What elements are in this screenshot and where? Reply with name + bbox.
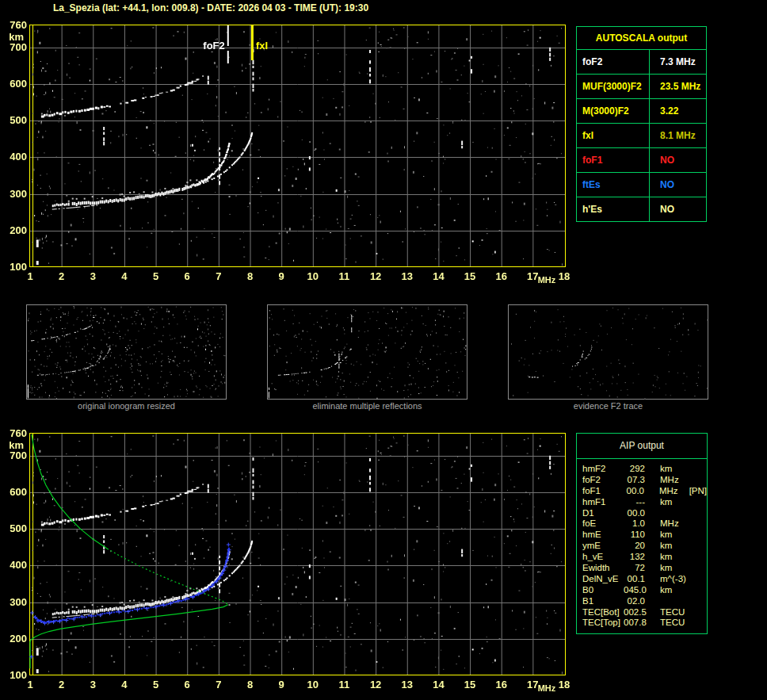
param-value: 292 bbox=[624, 464, 645, 475]
param-unit: TECU bbox=[660, 607, 685, 618]
param-label: TEC[Top] bbox=[577, 618, 624, 629]
autoscala-app-window: { "title": "La_Spezia (lat: +44.1, lon: … bbox=[0, 0, 767, 700]
param-value: 20 bbox=[624, 541, 645, 552]
param-value: NO bbox=[650, 173, 706, 197]
param-label: Ewidth bbox=[577, 563, 624, 574]
param-value: NO bbox=[650, 197, 706, 221]
aip-output-table: AIP output hmF2292km foF207.3MHz foF100.… bbox=[576, 433, 708, 634]
param-value: 007.8 bbox=[624, 618, 645, 629]
bottom-ionogram-plot bbox=[0, 424, 574, 698]
param-value: 00.0 bbox=[623, 486, 644, 497]
table-row: hmF2292km bbox=[577, 464, 707, 475]
param-unit: MHz bbox=[659, 486, 678, 497]
param-label: h'Es bbox=[577, 197, 650, 221]
param-label: hmF2 bbox=[577, 464, 624, 475]
param-label: foE bbox=[577, 518, 624, 530]
autoscala-table-header: AUTOSCALA output bbox=[577, 27, 706, 50]
param-unit: km bbox=[660, 541, 672, 552]
param-label: B0 bbox=[577, 585, 624, 596]
param-value: --- bbox=[624, 497, 645, 508]
param-label: foF2 bbox=[577, 50, 650, 74]
table-row: foE1.0MHz bbox=[577, 518, 707, 530]
table-row: foF207.3MHz bbox=[577, 475, 707, 486]
panel-evidence-f2-trace bbox=[508, 304, 708, 400]
table-row: fxI 8.1 MHz bbox=[577, 124, 706, 148]
table-row: DelN_vE00.1m^(-3) bbox=[577, 574, 707, 585]
param-value: 045.0 bbox=[624, 585, 645, 596]
param-value: 7.3 MHz bbox=[650, 50, 706, 74]
table-row: Ewidth72km bbox=[577, 563, 707, 574]
param-value: 00.0 bbox=[624, 508, 645, 519]
param-unit: km bbox=[660, 585, 672, 596]
param-label: h_vE bbox=[577, 552, 624, 563]
aip-table-header: AIP output bbox=[577, 434, 707, 459]
table-row: TEC[Top]007.8TECU bbox=[577, 618, 707, 629]
table-row: foF2 7.3 MHz bbox=[577, 50, 706, 75]
param-label: hmF1 bbox=[577, 497, 624, 508]
table-row: B102.0 bbox=[577, 596, 707, 607]
param-value: 110 bbox=[624, 530, 645, 541]
table-row: hmF1---km bbox=[577, 497, 707, 508]
param-value: 132 bbox=[624, 552, 645, 563]
table-row: M(3000)F2 3.22 bbox=[577, 99, 706, 124]
param-label: DelN_vE bbox=[577, 574, 624, 585]
panel-caption-original: original ionogram resized bbox=[26, 401, 227, 411]
param-value: 72 bbox=[624, 563, 645, 574]
param-unit: km bbox=[660, 552, 672, 563]
panel-caption-eliminate: eliminate multiple reflections bbox=[267, 401, 467, 411]
param-value: 23.5 MHz bbox=[650, 75, 706, 98]
param-label: B1 bbox=[577, 596, 624, 607]
table-row: h_vE132km bbox=[577, 552, 707, 563]
param-label: foF1 bbox=[577, 148, 650, 172]
param-unit: m^(-3) bbox=[660, 574, 686, 585]
param-unit: km bbox=[660, 464, 672, 475]
param-value: NO bbox=[650, 148, 706, 172]
aip-table-rows: hmF2292km foF207.3MHz foF100.0MHz[PN] hm… bbox=[577, 459, 707, 633]
param-label: D1 bbox=[577, 508, 624, 519]
table-row: hmE110km bbox=[577, 530, 707, 541]
param-unit: km bbox=[660, 497, 672, 508]
table-row: B0045.0km bbox=[577, 585, 707, 596]
param-label: M(3000)F2 bbox=[577, 99, 650, 123]
param-unit: km bbox=[660, 530, 672, 541]
param-label: foF1 bbox=[577, 486, 623, 497]
table-row: foF1 NO bbox=[577, 148, 706, 173]
param-label: ymE bbox=[577, 541, 624, 552]
param-unit: km bbox=[660, 563, 672, 574]
table-row: MUF(3000)F2 23.5 MHz bbox=[577, 75, 706, 99]
param-value: 02.0 bbox=[624, 596, 645, 607]
param-label: hmE bbox=[577, 530, 624, 541]
table-row: TEC[Bot]002.5TECU bbox=[577, 607, 707, 618]
table-row: foF100.0MHz[PN] bbox=[577, 486, 707, 497]
table-row: ftEs NO bbox=[577, 173, 706, 197]
param-label: MUF(3000)F2 bbox=[577, 75, 650, 98]
autoscala-output-table: AUTOSCALA output foF2 7.3 MHz MUF(3000)F… bbox=[576, 26, 707, 222]
table-row: ymE20km bbox=[577, 541, 707, 552]
top-ionogram-plot bbox=[0, 16, 574, 289]
param-label: foF2 bbox=[577, 475, 624, 486]
param-value: 00.1 bbox=[624, 574, 645, 585]
param-value: 07.3 bbox=[624, 475, 645, 486]
table-row: h'Es NO bbox=[577, 197, 706, 221]
page-title: La_Spezia (lat: +44.1, lon: 009.8) - DAT… bbox=[0, 2, 422, 13]
param-value: 3.22 bbox=[650, 99, 706, 123]
param-unit: TECU bbox=[660, 618, 685, 629]
param-label: fxI bbox=[577, 124, 650, 147]
param-flag: [PN] bbox=[689, 486, 707, 497]
param-unit: MHz bbox=[660, 518, 679, 530]
panel-original-ionogram bbox=[26, 304, 227, 400]
param-value: 002.5 bbox=[624, 607, 645, 618]
table-row: D100.0 bbox=[577, 508, 707, 519]
param-label: ftEs bbox=[577, 173, 650, 197]
param-unit: MHz bbox=[660, 475, 679, 486]
param-value: 1.0 bbox=[624, 518, 645, 530]
param-label: TEC[Bot] bbox=[577, 607, 624, 618]
panel-eliminate-reflections bbox=[267, 304, 467, 400]
panel-caption-evidence: evidence F2 trace bbox=[508, 401, 708, 411]
param-value: 8.1 MHz bbox=[650, 124, 706, 147]
